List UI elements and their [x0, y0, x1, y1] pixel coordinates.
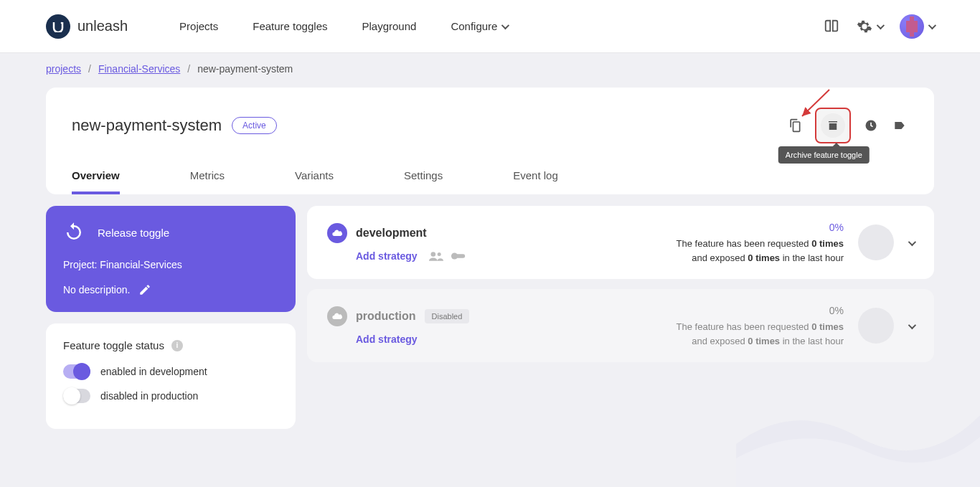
tag-icon[interactable] — [891, 117, 908, 134]
tab-overview[interactable]: Overview — [72, 156, 149, 194]
copy-icon[interactable] — [786, 117, 804, 134]
tooltip: Archive feature toggle — [778, 146, 870, 164]
svg-rect-6 — [454, 254, 465, 258]
docs-icon[interactable] — [824, 19, 839, 34]
status-title: Feature toggle status — [63, 339, 164, 351]
svg-point-3 — [430, 252, 435, 257]
env-chart-placeholder — [858, 308, 894, 344]
page-title: new-payment-system — [72, 116, 222, 135]
svg-point-4 — [437, 252, 440, 256]
cloud-icon — [327, 223, 347, 243]
settings-icon[interactable] — [857, 19, 882, 34]
tab-settings[interactable]: Settings — [404, 156, 471, 194]
tab-variants[interactable]: Variants — [295, 156, 362, 194]
chevron-down-icon — [908, 238, 916, 246]
chevron-down-icon — [928, 21, 936, 29]
breadcrumb-current: new-payment-system — [197, 63, 293, 75]
add-strategy-button[interactable]: Add strategy — [356, 250, 418, 262]
status-badge: Active — [232, 117, 277, 134]
breadcrumb: projects / Financial-Services / new-paym… — [46, 63, 934, 75]
tab-metrics[interactable]: Metrics — [190, 156, 253, 194]
chevron-down-icon — [908, 321, 916, 329]
breadcrumb-sep: / — [88, 63, 91, 75]
env-stat-line2: and exposed 0 times in the last hour — [677, 334, 844, 349]
refresh-icon — [63, 222, 85, 243]
nav-configure-label: Configure — [451, 20, 497, 32]
avatar — [900, 14, 924, 39]
breadcrumb-project[interactable]: Financial-Services — [98, 63, 180, 75]
env-percent: 0% — [677, 303, 844, 318]
breadcrumb-sep: / — [187, 63, 190, 75]
feature-info-card: Release toggle Project: Financial-Servic… — [46, 206, 296, 312]
nav-projects[interactable]: Projects — [179, 20, 218, 32]
people-icon — [429, 251, 443, 261]
header-actions: Archive feature toggle — [786, 108, 908, 143]
logo-text: unleash — [77, 18, 128, 34]
env-stat-line1: The feature has been requested 0 times — [677, 320, 844, 334]
top-bar: unleash Projects Feature toggles Playgro… — [0, 0, 980, 53]
status-dev-label: enabled in development — [100, 366, 207, 377]
disabled-badge: Disabled — [425, 309, 470, 323]
expand-button[interactable] — [908, 319, 914, 332]
expand-button[interactable] — [908, 236, 914, 249]
archive-button[interactable]: Archive feature toggle — [815, 108, 851, 143]
nav-playground[interactable]: Playground — [362, 20, 416, 32]
archive-icon — [826, 119, 839, 132]
clock-icon[interactable] — [862, 117, 880, 134]
status-card: Feature toggle status i enabled in devel… — [46, 323, 296, 429]
env-stat-line1: The feature has been requested 0 times — [677, 237, 844, 251]
description-line: No description. — [63, 283, 278, 296]
main-nav: Projects Feature toggles Playground Conf… — [179, 20, 824, 32]
env-percent: 0% — [677, 220, 844, 235]
status-prod-label: disabled in production — [100, 390, 198, 402]
feature-header-card: new-payment-system Active Archive featur… — [46, 88, 934, 194]
switch-development[interactable] — [63, 364, 90, 379]
user-menu[interactable] — [900, 14, 934, 39]
env-card-development: development Add strategy 0% The — [307, 206, 934, 279]
env-chart-placeholder — [858, 224, 894, 260]
env-name: production — [356, 310, 416, 323]
logo[interactable]: unleash — [46, 14, 128, 39]
project-line: Project: Financial-Services — [63, 259, 278, 270]
page: projects / Financial-Services / new-paym… — [0, 53, 980, 429]
logo-mark-icon — [46, 14, 70, 39]
env-name: development — [356, 227, 427, 240]
gradual-icon — [451, 251, 466, 261]
breadcrumb-projects[interactable]: projects — [46, 63, 81, 75]
switch-production[interactable] — [63, 389, 90, 403]
env-stat-line2: and exposed 0 times in the last hour — [677, 251, 844, 265]
cloud-icon — [327, 306, 347, 326]
nav-feature-toggles[interactable]: Feature toggles — [253, 20, 327, 32]
toggle-type: Release toggle — [98, 227, 169, 239]
nav-configure[interactable]: Configure — [451, 20, 507, 32]
top-right — [824, 14, 934, 39]
chevron-down-icon — [501, 21, 509, 29]
edit-icon[interactable] — [138, 283, 151, 296]
svg-point-0 — [61, 22, 63, 24]
env-card-production: production Disabled Add strategy 0% The … — [307, 289, 934, 362]
add-strategy-button[interactable]: Add strategy — [356, 334, 418, 345]
tab-event-log[interactable]: Event log — [513, 156, 587, 194]
chevron-down-icon — [877, 21, 885, 29]
info-icon[interactable]: i — [171, 340, 183, 351]
